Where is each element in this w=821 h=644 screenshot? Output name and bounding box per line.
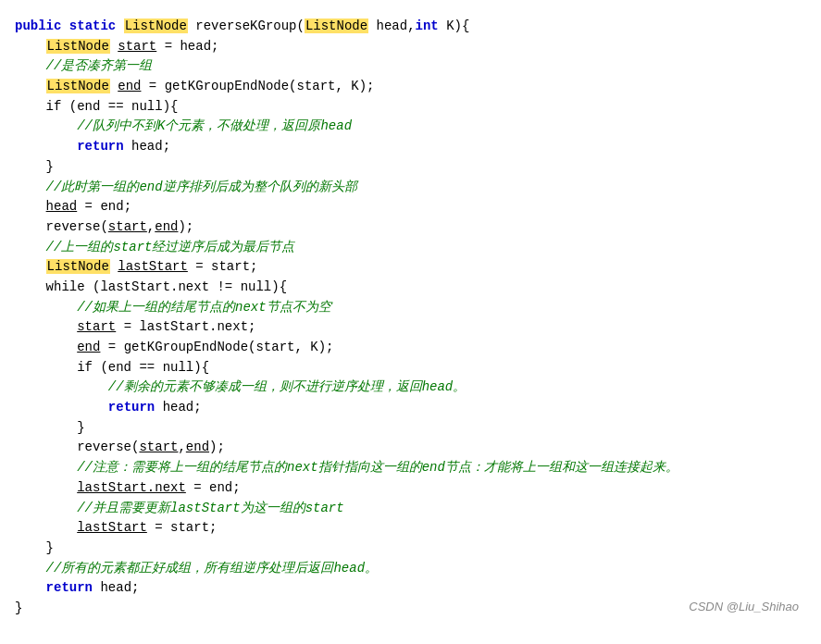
code-line-14: while (lastStart.next != null){ bbox=[15, 278, 806, 298]
code-line-15: //如果上一组的结尾节点的next节点不为空 bbox=[15, 298, 806, 318]
code-line-9: //此时第一组的end逆序排列后成为整个队列的新头部 bbox=[15, 178, 806, 198]
type-listnode-4: ListNode bbox=[46, 79, 110, 93]
var-end-3: end bbox=[77, 340, 100, 354]
code-line-3: //是否凑齐第一组 bbox=[15, 56, 806, 77]
code-line-4: ListNode end = getKGroupEndNode(start, K… bbox=[15, 77, 806, 97]
var-end-2: end bbox=[155, 219, 178, 234]
keyword-public: public bbox=[15, 19, 61, 33]
code-line-24: lastStart.next = end; bbox=[15, 478, 806, 499]
code-line-2: ListNode start = head; bbox=[15, 37, 806, 57]
code-container: public static ListNode reverseKGroup(Lis… bbox=[0, 9, 821, 626]
keyword-int: int bbox=[416, 19, 439, 33]
comment-3: //是否凑齐第一组 bbox=[46, 58, 153, 73]
comment-23: //注意：需要将上一组的结尾节点的next指针指向这一组的end节点：才能将上一… bbox=[77, 460, 678, 475]
var-start-4: start bbox=[139, 440, 178, 454]
code-line-6: //队列中不到K个元素，不做处理，返回原head bbox=[15, 117, 806, 137]
var-laststart-next: lastStart.next bbox=[77, 480, 186, 495]
type-listnode-5: ListNode bbox=[46, 259, 110, 274]
code-line-28: //所有的元素都正好成组，所有组逆序处理后返回head。 bbox=[15, 559, 806, 579]
code-line-19: //剩余的元素不够凑成一组，则不进行逆序处理，返回head。 bbox=[15, 378, 806, 398]
var-start-1: start bbox=[118, 39, 156, 54]
code-line-16: start = lastStart.next; bbox=[15, 317, 806, 338]
comment-12: //上一组的start经过逆序后成为最后节点 bbox=[46, 240, 295, 254]
type-listnode-2: ListNode bbox=[305, 19, 368, 33]
code-line-12: //上一组的start经过逆序后成为最后节点 bbox=[15, 238, 806, 258]
type-listnode-1: ListNode bbox=[124, 19, 188, 33]
code-line-1: public static ListNode reverseKGroup(Lis… bbox=[15, 17, 806, 37]
code-line-13: ListNode lastStart = start; bbox=[15, 257, 806, 278]
code-line-29: return head; bbox=[15, 578, 806, 599]
comment-28: //所有的元素都正好成组，所有组逆序处理后返回head。 bbox=[46, 561, 378, 576]
var-start-3: start bbox=[77, 319, 116, 334]
code-line-17: end = getKGroupEndNode(start, K); bbox=[15, 338, 806, 358]
keyword-return-3: return bbox=[46, 580, 93, 595]
comment-9: //此时第一组的end逆序排列后成为整个队列的新头部 bbox=[46, 180, 357, 194]
var-end-4: end bbox=[186, 440, 209, 454]
var-laststart-1: lastStart bbox=[118, 259, 188, 274]
code-line-22: reverse(start,end); bbox=[15, 438, 806, 458]
code-line-7: return head; bbox=[15, 137, 806, 157]
code-line-25: //并且需要更新lastStart为这一组的start bbox=[15, 499, 806, 519]
keyword-return-1: return bbox=[77, 139, 123, 154]
keyword-static: static bbox=[69, 19, 116, 33]
comment-15: //如果上一组的结尾节点的next节点不为空 bbox=[77, 300, 330, 315]
code-line-23: //注意：需要将上一组的结尾节点的next指针指向这一组的end节点：才能将上一… bbox=[15, 458, 806, 478]
code-line-18: if (end == null){ bbox=[15, 358, 806, 378]
var-start-2: start bbox=[108, 219, 147, 234]
code-line-20: return head; bbox=[15, 398, 806, 418]
var-laststart-2: lastStart bbox=[77, 520, 147, 535]
var-end-1: end bbox=[118, 79, 141, 93]
comment-19: //剩余的元素不够凑成一组，则不进行逆序处理，返回head。 bbox=[108, 379, 466, 394]
code-line-8: } bbox=[15, 157, 806, 178]
type-listnode-3: ListNode bbox=[46, 39, 110, 54]
keyword-return-2: return bbox=[108, 400, 155, 415]
code-line-10: head = end; bbox=[15, 197, 806, 217]
code-line-27: } bbox=[15, 539, 806, 559]
comment-6: //队列中不到K个元素，不做处理，返回原head bbox=[77, 118, 352, 133]
code-line-11: reverse(start,end); bbox=[15, 217, 806, 238]
watermark: CSDN @Liu_Shihao bbox=[689, 598, 799, 616]
var-head-assign: head bbox=[46, 199, 78, 214]
code-line-26: lastStart = start; bbox=[15, 518, 806, 539]
code-line-5: if (end == null){ bbox=[15, 97, 806, 118]
code-line-21: } bbox=[15, 418, 806, 439]
code-line-30: } bbox=[15, 599, 806, 619]
comment-25: //并且需要更新lastStart为这一组的start bbox=[77, 501, 343, 515]
